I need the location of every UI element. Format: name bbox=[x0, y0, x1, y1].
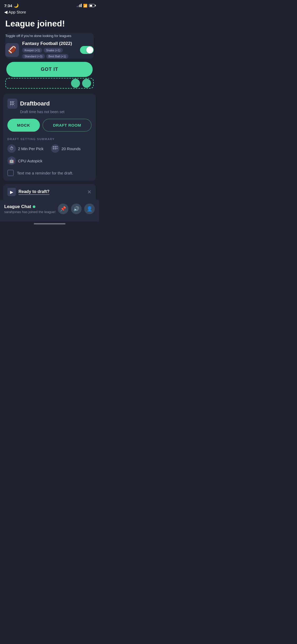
got-it-button[interactable]: GOT IT bbox=[6, 62, 93, 77]
draftboard-subtitle: Draft time has not been set bbox=[7, 110, 92, 114]
svg-rect-8 bbox=[14, 105, 15, 106]
tag-standard: Standard (+3) bbox=[22, 54, 45, 59]
svg-rect-13 bbox=[56, 146, 58, 147]
league-logo: 🏈 bbox=[5, 43, 19, 57]
league-logo-icon: 🏈 bbox=[8, 46, 16, 54]
battery-icon bbox=[89, 4, 95, 7]
rounds-icon bbox=[51, 144, 59, 153]
play-icon: ▶ bbox=[7, 188, 16, 196]
status-indicators: 📶 bbox=[77, 4, 95, 8]
svg-rect-7 bbox=[12, 105, 13, 106]
svg-rect-14 bbox=[56, 148, 58, 149]
league-chat-bar: League Chat sarahjonas has joined the le… bbox=[0, 200, 99, 222]
svg-rect-12 bbox=[55, 148, 56, 149]
draft-buttons: MOCK DRAFT ROOM bbox=[7, 119, 92, 132]
chat-actions: 📌 🔊 👤 bbox=[58, 204, 95, 214]
online-indicator bbox=[33, 205, 35, 208]
league-joined-card: Toggle off if you're done looking for le… bbox=[2, 33, 97, 91]
league-card: Toggle off if you're done looking for le… bbox=[5, 33, 94, 59]
league-chat-label: League Chat bbox=[4, 204, 31, 209]
status-bar: 7:34 🌙 📶 bbox=[0, 0, 99, 9]
pin-icon: 📌 bbox=[60, 206, 66, 212]
draftboard-card: Draftboard Draft time has not been set M… bbox=[3, 94, 96, 181]
dashed-btn-2 bbox=[82, 79, 91, 88]
time-per-pick-label: 2 Min Per Pick bbox=[18, 146, 44, 151]
tag-keeper: Keeper (+1) bbox=[22, 48, 42, 53]
page-title: League joined! bbox=[0, 17, 99, 33]
back-nav[interactable]: ◀ App Store bbox=[0, 9, 99, 17]
person-icon: 👤 bbox=[87, 206, 92, 212]
draft-setting-row-2: 🤖 CPU Autopick bbox=[7, 157, 92, 165]
person-button[interactable]: 👤 bbox=[84, 204, 95, 214]
signal-icon bbox=[77, 4, 82, 7]
svg-rect-6 bbox=[10, 105, 11, 106]
svg-rect-10 bbox=[55, 146, 56, 148]
autopick-icon: 🤖 bbox=[7, 157, 16, 165]
rounds-label: 20 Rounds bbox=[62, 146, 81, 151]
app-store-label: App Store bbox=[8, 10, 26, 14]
draft-summary-label: DRAFT SETTING SUMMARY bbox=[7, 137, 92, 141]
svg-rect-0 bbox=[10, 101, 12, 103]
sound-button[interactable]: 🔊 bbox=[71, 204, 82, 214]
league-details: Fantasy Football (2022) Keeper (+1) Snak… bbox=[22, 41, 77, 59]
ready-banner: ▶ Ready to draft? ✕ bbox=[3, 184, 96, 200]
tag-bestball: Best Ball (+1) bbox=[46, 54, 68, 59]
reminder-text: Text me a reminder for the draft. bbox=[17, 171, 73, 175]
ready-left: ▶ Ready to draft? bbox=[7, 188, 49, 196]
setting-time-per-pick: ⏱ 2 Min Per Pick bbox=[7, 144, 44, 153]
moon-icon: 🌙 bbox=[14, 3, 19, 8]
league-toggle[interactable] bbox=[80, 46, 94, 54]
setting-autopick: 🤖 CPU Autopick bbox=[7, 157, 43, 165]
close-banner-button[interactable]: ✕ bbox=[87, 189, 92, 195]
time-display: 7:34 bbox=[4, 3, 12, 8]
toggle-hint-text: Toggle off if you're done looking for le… bbox=[5, 34, 94, 38]
league-info-row: 🏈 Fantasy Football (2022) Keeper (+1) Sn… bbox=[5, 41, 94, 59]
league-chat-info: League Chat sarahjonas has joined the le… bbox=[4, 204, 58, 214]
draft-room-button[interactable]: DRAFT ROOM bbox=[43, 119, 92, 132]
draft-setting-row-1: ⏱ 2 Min Per Pick 20 Rounds bbox=[7, 144, 92, 153]
draft-reminder: Text me a reminder for the draft. bbox=[7, 170, 92, 176]
svg-rect-11 bbox=[53, 148, 54, 149]
dashed-section bbox=[5, 78, 94, 89]
league-left-section: 🏈 Fantasy Football (2022) Keeper (+1) Sn… bbox=[5, 41, 77, 59]
wifi-icon: 📶 bbox=[83, 4, 87, 8]
svg-rect-4 bbox=[14, 101, 15, 102]
dashed-btn-1 bbox=[71, 79, 80, 88]
back-arrow-icon: ◀ bbox=[4, 10, 7, 15]
draftboard-icon bbox=[7, 99, 17, 109]
toggle-knob bbox=[86, 47, 93, 53]
svg-rect-9 bbox=[53, 146, 54, 148]
league-chat-title: League Chat bbox=[4, 204, 58, 209]
league-name: Fantasy Football (2022) bbox=[22, 41, 77, 46]
league-chat-message: sarahjonas has joined the league! bbox=[4, 210, 58, 214]
speaker-icon: 🔊 bbox=[73, 206, 79, 212]
setting-rounds: 20 Rounds bbox=[51, 144, 81, 153]
svg-rect-1 bbox=[12, 101, 14, 103]
autopick-label: CPU Autopick bbox=[18, 159, 43, 163]
svg-rect-3 bbox=[12, 103, 14, 105]
draft-settings-grid: ⏱ 2 Min Per Pick 20 Rounds bbox=[7, 144, 92, 165]
svg-rect-2 bbox=[10, 103, 12, 105]
reminder-checkbox[interactable] bbox=[7, 170, 14, 176]
league-tags: Keeper (+1) Snake (+1) Standard (+3) Bes… bbox=[22, 48, 77, 59]
draftboard-header: Draftboard bbox=[7, 99, 92, 109]
tag-snake: Snake (+1) bbox=[44, 48, 63, 53]
home-indicator bbox=[34, 223, 65, 224]
timer-icon: ⏱ bbox=[7, 144, 16, 153]
mock-button[interactable]: MOCK bbox=[7, 119, 40, 132]
ready-text: Ready to draft? bbox=[18, 189, 49, 195]
svg-rect-5 bbox=[14, 103, 15, 104]
pin-button[interactable]: 📌 bbox=[58, 204, 68, 214]
status-time-area: 7:34 🌙 bbox=[4, 3, 19, 8]
draftboard-title: Draftboard bbox=[20, 100, 50, 107]
